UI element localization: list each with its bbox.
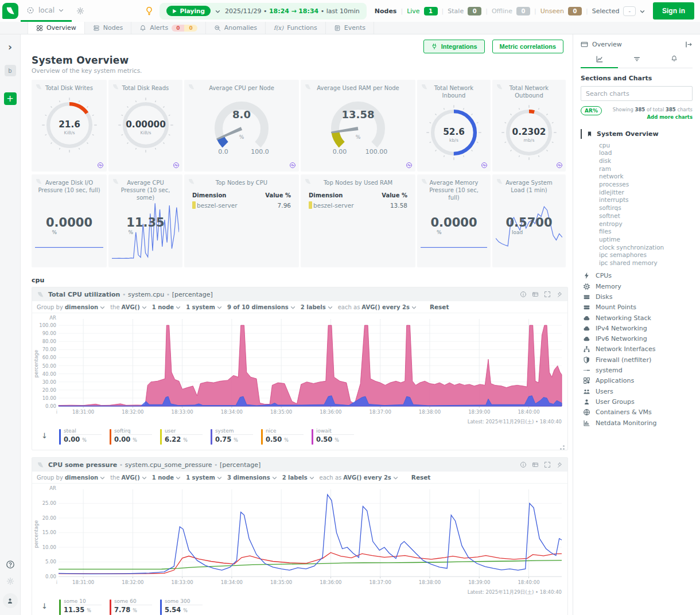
info-icon[interactable] xyxy=(520,461,527,468)
menu-section-netdata-monitoring[interactable]: Netdata Monitoring xyxy=(583,418,693,428)
tile-card-4[interactable]: Average Memory Pressure (10 sec, full)0.… xyxy=(417,174,491,267)
fullscreen-icon[interactable] xyxy=(544,291,551,298)
sidebar-tab-alerts[interactable] xyxy=(655,55,693,68)
add-workspace-button[interactable]: + xyxy=(4,92,17,105)
drag-and-drop-icon[interactable] xyxy=(556,291,563,298)
menu-subitem-softirqs[interactable]: softirqs xyxy=(599,204,693,212)
menu-subitem-entropy[interactable]: entropy xyxy=(599,220,693,228)
menu-subitem-disk[interactable]: disk xyxy=(599,157,693,165)
anomaly-rate-icon[interactable] xyxy=(97,162,104,169)
toolbar-avg-every-2s[interactable]: each asAVG() every 2s xyxy=(338,304,417,310)
tab-overview[interactable]: Overview xyxy=(28,22,85,34)
gauge-card-0[interactable]: Total Disk Writes21.6KiB/s xyxy=(32,80,107,172)
tile-card-3[interactable]: Top Nodes by Used RAMDimensionValue %bes… xyxy=(301,174,415,267)
toolbar-dimension[interactable]: Group bydimension xyxy=(37,474,105,481)
toolbar-1-system[interactable]: 1 system xyxy=(186,474,222,481)
legend-item-iowait[interactable]: iowait0.50 % xyxy=(312,428,354,445)
toolbar-1-node[interactable]: 1 node xyxy=(152,474,181,481)
fullscreen-icon[interactable] xyxy=(544,461,551,468)
tab-events[interactable]: Events xyxy=(326,22,374,34)
menu-section-applications[interactable]: Applications xyxy=(583,376,693,386)
toolbar-1-node[interactable]: 1 node xyxy=(152,304,181,310)
toolbar-1-system[interactable]: 1 system xyxy=(186,304,222,310)
legend-item-some-60[interactable]: some 607.78 % xyxy=(110,598,152,615)
tile-card-5[interactable]: Average System Load (1 min)0.5700load xyxy=(492,174,566,267)
menu-section-networking-stack[interactable]: Networking Stack xyxy=(583,313,693,323)
menu-subitem-network[interactable]: network xyxy=(599,173,693,181)
time-chevron-down-icon[interactable] xyxy=(215,9,220,14)
chart-type-icon[interactable] xyxy=(532,461,539,468)
gauge-card-4[interactable]: Total Network Inbound52.6kb/s xyxy=(417,80,491,172)
node-state-count-stale[interactable]: 0 xyxy=(468,7,481,15)
node-state-count-offline[interactable]: 0 xyxy=(516,7,530,15)
tile-card-1[interactable]: Average CPU Pressure (10 sec, some)11.35… xyxy=(108,174,182,267)
selected-count-chip[interactable]: - xyxy=(623,6,636,16)
menu-subitem-ram[interactable]: ram xyxy=(599,165,693,173)
chart-type-icon[interactable] xyxy=(532,291,539,298)
toolbar-avg-[interactable]: theAVG() xyxy=(110,474,147,481)
legend-item-some-10[interactable]: some 1011.35 % xyxy=(59,598,102,615)
legend-download-icon[interactable]: ↓ xyxy=(41,602,48,610)
reset-button[interactable]: Reset xyxy=(430,303,449,310)
menu-subitem-uptime[interactable]: uptime xyxy=(599,236,693,244)
menu-section-user-groups[interactable]: User Groups xyxy=(583,396,693,407)
menu-system-overview[interactable]: System Overview xyxy=(581,129,693,139)
netdata-logo[interactable] xyxy=(0,0,21,22)
selected-chevron-icon[interactable] xyxy=(640,9,645,14)
anomaly-rate-icon[interactable] xyxy=(556,162,563,169)
anomaly-rate-icon[interactable] xyxy=(173,162,180,169)
menu-subitem-ipc-semaphores[interactable]: ipc semaphores xyxy=(599,251,693,259)
tab-alerts[interactable]: Alerts00 xyxy=(131,22,205,34)
anomaly-rate-icon[interactable] xyxy=(289,162,296,169)
gauge-card-3[interactable]: Average Used RAM per Node13.58%0.00100.0… xyxy=(301,80,415,172)
node-selector[interactable]: local xyxy=(21,0,72,22)
chart-resize-handle[interactable] xyxy=(563,445,565,447)
menu-subitem-softnet[interactable]: softnet xyxy=(599,212,693,220)
node-state-count-live[interactable]: 1 xyxy=(424,7,438,15)
playing-button[interactable]: Playing xyxy=(166,6,211,16)
add-more-charts-link[interactable]: Add more charts xyxy=(647,114,693,120)
sidebar-tab-charts[interactable] xyxy=(581,55,618,68)
reset-button[interactable]: Reset xyxy=(411,474,431,481)
toolbar-dimension[interactable]: Group bydimension xyxy=(37,304,105,310)
tab-anomalies[interactable]: Anomalies xyxy=(206,22,266,34)
tile-card-0[interactable]: Average Disk I/O Pressure (10 sec, full)… xyxy=(32,174,107,267)
news-bulb-icon[interactable] xyxy=(145,6,154,15)
menu-section-systemd[interactable]: systemd xyxy=(583,365,693,375)
rail-settings-icon[interactable] xyxy=(6,577,14,585)
time-range[interactable]: 2025/11/29 • 18:24 → 18:34 • last 10min xyxy=(225,7,360,15)
gauge-card-5[interactable]: Total Network Outbound0.2302mb/s xyxy=(492,80,566,172)
metric-correlations-button[interactable]: Metric correlations xyxy=(492,40,563,53)
info-icon[interactable] xyxy=(520,291,527,298)
menu-section-ipv6-networking[interactable]: IPv6 Networking xyxy=(583,334,693,344)
menu-section-memory[interactable]: Memory xyxy=(583,281,693,291)
sidebar-tab-filter[interactable] xyxy=(618,55,655,68)
tile-card-2[interactable]: Top Nodes by CPUDimensionValue %beszel-s… xyxy=(184,174,299,267)
toolbar-9-of-10-dimensions[interactable]: 9 of 10 dimensions xyxy=(227,304,295,310)
help-icon[interactable] xyxy=(6,560,15,569)
toolbar-avg-every-2s[interactable]: each asAVG() every 2s xyxy=(320,474,398,481)
user-avatar[interactable] xyxy=(3,593,18,608)
toolbar-2-labels[interactable]: 2 labels xyxy=(301,304,333,310)
legend-item-user[interactable]: user6.22 % xyxy=(160,428,203,445)
legend-item-system[interactable]: system0.75 % xyxy=(211,428,253,445)
menu-section-disks[interactable]: Disks xyxy=(583,291,693,302)
anomaly-rate-badge[interactable]: AR% xyxy=(581,106,602,115)
legend-download-icon[interactable]: ↓ xyxy=(41,431,48,440)
tab-functions[interactable]: f(x)Functions xyxy=(266,22,326,34)
menu-section-firewall-netfilter-[interactable]: Firewall (netfilter) xyxy=(583,355,693,365)
legend-item-some-300[interactable]: some 3005.54 % xyxy=(160,598,203,615)
menu-subitem-cpu[interactable]: cpu xyxy=(599,142,693,150)
menu-subitem-load[interactable]: load xyxy=(599,149,693,157)
tab-nodes[interactable]: Nodes xyxy=(85,22,131,34)
workspace-button[interactable]: b xyxy=(5,65,16,76)
menu-section-ipv4-networking[interactable]: IPv4 Networking xyxy=(583,323,693,333)
node-state-count-unseen[interactable]: 0 xyxy=(568,7,582,15)
table-row[interactable]: beszel-server7.96 xyxy=(192,201,291,209)
menu-section-network-interfaces[interactable]: Network Interfaces xyxy=(583,344,693,355)
table-row[interactable]: beszel-server13.58 xyxy=(309,201,407,209)
expand-rail-chevron-icon[interactable]: › xyxy=(8,42,12,52)
menu-subitem-clock-synchronization[interactable]: clock synchronization xyxy=(599,244,693,252)
menu-section-mount-points[interactable]: Mount Points xyxy=(583,302,693,313)
legend-item-steal[interactable]: steal0.00 % xyxy=(59,428,102,445)
